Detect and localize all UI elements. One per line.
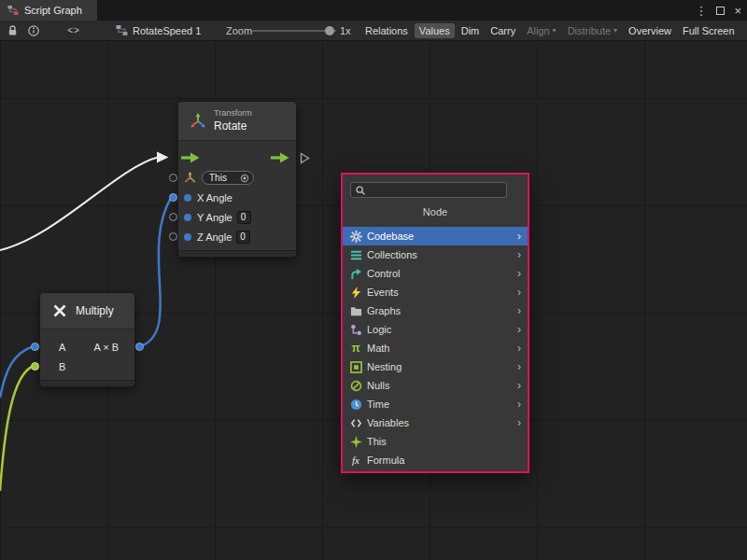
port-label: Y Angle [197,212,233,223]
float-type-icon [184,214,191,221]
info-icon[interactable] [24,21,43,40]
toolbar-button-label: Values [419,25,450,36]
finder-item-label: This [367,436,521,447]
node-title: Multiply [76,304,114,317]
x-angle-input-port[interactable] [169,193,177,202]
node-footer [40,380,134,386]
finder-item-this[interactable]: This [343,432,528,451]
finder-item-nesting[interactable]: Nesting› [343,357,528,376]
toolbar-button-overview[interactable]: Overview [624,23,676,38]
y-angle-input-port[interactable] [169,213,177,221]
zoom-label: Zoom [226,21,252,40]
this-input-port[interactable] [169,174,177,182]
finder-item-label: Control [367,268,513,279]
float-type-icon [184,233,191,241]
toolbar-button-label: Overview [628,25,671,36]
transform-rotate-node[interactable]: Transform Rotate [177,101,297,258]
list-icon [349,248,362,261]
finder-item-formula[interactable]: fxFormula [343,451,528,469]
toolbar-button-distribute[interactable]: Distribute▾ [563,23,622,38]
finder-item-control[interactable]: Control› [343,264,528,283]
transform-node-header[interactable]: Transform Rotate [178,102,296,141]
finder-item-label: Formula [367,455,521,466]
toolbar-button-carry[interactable]: Carry [486,23,520,38]
formula-icon: fx [349,454,362,467]
transform-axes-icon [190,113,206,130]
finder-item-logic[interactable]: Logic› [343,320,528,339]
x-angle-row[interactable]: X Angle [178,188,296,207]
flow-input-port[interactable] [181,152,200,165]
multiply-row-a[interactable]: A A × B [40,337,134,357]
pi-icon: π [349,342,362,355]
finder-item-collections[interactable]: Collections› [343,245,528,264]
graph-asset-icon [116,24,128,36]
toolbar-button-full-screen[interactable]: Full Screen [678,23,740,38]
toolbar-button-label: Full Screen [683,25,735,36]
object-picker-icon[interactable] [240,174,249,183]
result-output-port[interactable] [135,343,144,351]
finder-item-variables[interactable]: Variables› [343,413,528,432]
z-angle-value-field[interactable]: 0 [236,231,250,244]
close-icon[interactable]: × [734,4,741,18]
finder-item-label: Events [367,287,513,298]
toolbar-button-label: Carry [490,25,515,36]
y-angle-value-field[interactable]: 0 [237,211,251,224]
chevron-right-icon: › [517,379,521,392]
tab-script-graph[interactable]: Script Graph [0,0,97,21]
blue-value-wire-left [0,346,34,398]
flow-output-port[interactable] [271,152,289,165]
unity-graph-window: Script Graph ⋮ × <> RotateSpeed 1 Zoom [0,0,747,560]
z-angle-row[interactable]: Z Angle 0 [178,227,296,246]
finder-item-label: Math [367,343,513,354]
chevron-right-icon: › [517,248,521,261]
finder-item-codebase[interactable]: Codebase› [343,227,528,245]
multiply-node-header[interactable]: Multiply [40,293,134,329]
finder-item-events[interactable]: Events› [343,283,528,301]
code-toggle-icon[interactable]: <> [60,21,88,40]
finder-search-box[interactable] [350,182,507,198]
multiply-row-b[interactable]: B [40,357,134,376]
graph-name: RotateSpeed 1 [133,25,201,36]
toolbar-button-relations[interactable]: Relations [360,23,413,38]
toolbar-button-label: Relations [365,25,408,36]
toolbar-button-values[interactable]: Values [415,23,455,38]
multiply-icon [52,303,67,318]
chevron-right-icon: › [517,267,521,280]
multiply-node[interactable]: Multiply A A × B B [39,292,135,387]
b-input-port[interactable] [31,362,39,371]
finder-item-label: Codebase [367,231,513,242]
this-port-row[interactable]: This [178,168,296,188]
toolbar-button-label: Distribute [568,25,611,36]
kebab-menu-icon[interactable]: ⋮ [695,4,707,18]
search-icon [355,185,366,196]
finder-item-time[interactable]: Time› [343,395,528,413]
z-angle-input-port[interactable] [169,232,177,241]
finder-item-graphs[interactable]: Graphs› [343,301,528,320]
finder-item-math[interactable]: πMath› [343,339,528,357]
graph-canvas[interactable]: Transform Rotate [0,41,747,560]
finder-item-label: Variables [367,417,513,428]
dropdown-caret-icon: ▾ [613,26,617,35]
lock-icon[interactable] [3,21,21,40]
this-object-field[interactable]: This [202,171,254,185]
zoom-slider[interactable] [252,21,336,40]
finder-header: Node [343,206,528,217]
finder-search-input[interactable] [370,185,502,196]
multiply-node-body: A A × B B [40,329,134,380]
toolbar-button-align[interactable]: Align▾ [522,23,560,38]
node-finder-dialog: Node Codebase›Collections›Control›Events… [341,173,529,473]
maximize-icon[interactable] [716,7,725,15]
toolbar-button-dim[interactable]: Dim [457,23,485,38]
zoom-slider-knob[interactable] [325,26,334,35]
null-icon [349,379,362,392]
zoom-slider-track [252,30,336,32]
finder-item-nulls[interactable]: Nulls› [343,376,528,395]
chevron-right-icon: › [517,416,521,429]
chevron-right-icon: › [517,323,521,336]
y-angle-row[interactable]: Y Angle 0 [178,207,296,227]
graph-breadcrumb[interactable]: RotateSpeed 1 [116,21,201,40]
logic-icon [349,323,362,336]
a-input-port[interactable] [31,343,39,351]
port-label: B [59,361,65,372]
zoom-value: 1x [340,21,351,40]
